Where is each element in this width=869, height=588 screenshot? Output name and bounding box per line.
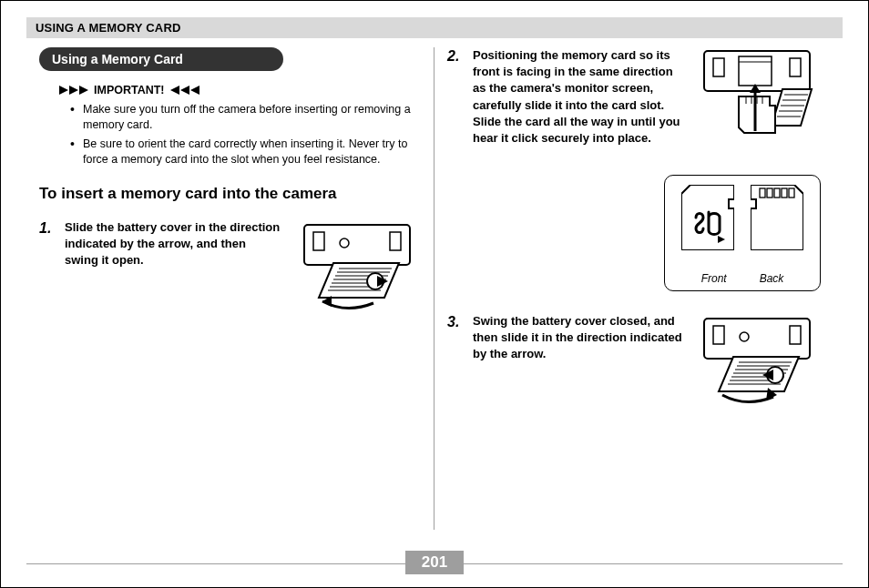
step-3-number: 3.	[447, 313, 464, 331]
sd-front-label: Front	[701, 272, 727, 285]
page-footer: 201	[26, 551, 843, 574]
step-1: 1. Slide the battery cover in the direct…	[39, 219, 421, 321]
section-title-text: Using a Memory Card	[52, 52, 183, 66]
sd-card-front-icon	[681, 185, 734, 254]
step-2-text: Positioning the memory card so its front…	[473, 47, 682, 147]
page-header-title: USING A MEMORY CARD	[36, 21, 181, 35]
step-1-text: Slide the battery cover in the direction…	[65, 219, 282, 269]
important-label: IMPORTANT!	[94, 84, 165, 96]
camera-insert-card-icon	[691, 47, 821, 149]
svg-marker-5	[190, 86, 199, 95]
step-2: 2. Positioning the memory card so its fr…	[447, 47, 830, 149]
svg-rect-45	[782, 188, 787, 198]
sd-card-back-icon	[751, 185, 803, 254]
section-title-pill: Using a Memory Card	[39, 47, 283, 71]
manual-page: USING A MEMORY CARD Using a Memory Card …	[0, 0, 869, 588]
svg-rect-46	[789, 188, 794, 198]
two-column-layout: Using a Memory Card IMPORTANT! Make sure…	[26, 47, 843, 530]
sd-labels: Front Back	[701, 272, 784, 285]
camera-battery-close-icon	[691, 313, 821, 415]
sd-card-diagram: Front Back	[664, 175, 821, 291]
camera-battery-open-icon	[291, 219, 421, 321]
important-bullets: Make sure you turn off the camera before…	[74, 102, 421, 167]
svg-marker-2	[79, 86, 88, 95]
step-2-number: 2.	[447, 47, 464, 66]
arrow-right-black-icon	[59, 86, 88, 95]
svg-marker-1	[69, 86, 78, 95]
svg-rect-43	[767, 188, 772, 198]
page-number: 201	[405, 551, 464, 574]
svg-rect-44	[774, 188, 780, 198]
svg-rect-47	[704, 319, 810, 359]
sd-back-label: Back	[760, 272, 784, 285]
svg-marker-0	[59, 86, 68, 95]
svg-rect-24	[739, 56, 772, 86]
page-header-bar: USING A MEMORY CARD	[26, 17, 843, 38]
right-column: 2. Positioning the memory card so its fr…	[434, 47, 843, 530]
step-1-number: 1.	[39, 219, 56, 238]
arrow-left-black-icon	[170, 86, 199, 95]
important-label-row: IMPORTANT!	[59, 84, 421, 96]
left-column: Using a Memory Card IMPORTANT! Make sure…	[26, 47, 434, 530]
sd-cards-row	[681, 185, 803, 254]
important-bullet-2: Be sure to orient the card correctly whe…	[74, 137, 421, 167]
step-3: 3. Swing the battery cover closed, and t…	[447, 313, 830, 415]
svg-marker-4	[180, 86, 189, 95]
procedure-subheading: To insert a memory card into the camera	[39, 184, 421, 203]
svg-marker-3	[170, 86, 179, 95]
important-bullet-1: Make sure you turn off the camera before…	[74, 102, 421, 133]
svg-rect-42	[760, 188, 765, 198]
step-3-text: Swing the battery cover closed, and then…	[473, 313, 682, 363]
svg-rect-6	[304, 225, 410, 265]
